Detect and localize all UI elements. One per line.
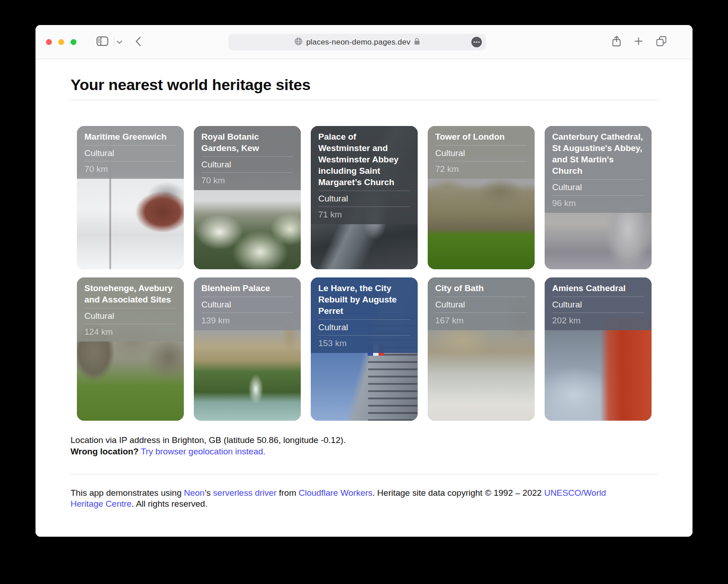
tab-group-dropdown-button[interactable] (116, 39, 122, 45)
toolbar-divider (114, 37, 114, 46)
heritage-site-card[interactable]: Le Havre, the City Rebuilt by Auguste Pe… (311, 277, 418, 421)
browser-window: places-neon-demo.pages.dev (35, 25, 693, 537)
card-caption-overlay: Maritime Greenwich Cultural 70 km (77, 126, 184, 179)
page-content: Your nearest world heritage sites Mariti… (35, 59, 693, 537)
serverless-driver-link[interactable]: serverless driver (213, 488, 276, 498)
card-caption-overlay: Palace of Westminster and Westminster Ab… (311, 126, 418, 224)
wrong-location-label: Wrong location? (71, 447, 139, 456)
url-text: places-neon-demo.pages.dev (306, 38, 410, 47)
tab-overview-icon (656, 36, 667, 48)
neon-link[interactable]: Neon (184, 488, 204, 498)
cloudflare-workers-link[interactable]: Cloudflare Workers (298, 488, 372, 498)
site-distance: 70 km (85, 161, 176, 177)
site-category: Cultural (202, 297, 293, 312)
footer-text: ’s (205, 488, 213, 498)
site-title: Royal Botanic Gardens, Kew (202, 129, 293, 156)
footer-credits: This app demonstrates using Neon’s serve… (71, 488, 639, 509)
heritage-site-card[interactable]: Amiens Cathedral Cultural 202 km (545, 277, 652, 421)
site-category: Cultural (85, 308, 176, 324)
site-distance: 96 km (552, 195, 644, 211)
heritage-site-card[interactable]: Blenheim Palace Cultural 139 km (194, 277, 301, 421)
site-category: Cultural (435, 145, 527, 161)
browser-toolbar: places-neon-demo.pages.dev (35, 25, 693, 59)
heritage-site-card[interactable]: Royal Botanic Gardens, Kew Cultural 70 k… (194, 126, 301, 269)
heritage-site-card[interactable]: Canterbury Cathedral, St Augustine's Abb… (545, 126, 652, 269)
new-tab-button[interactable] (635, 37, 642, 46)
share-button[interactable] (612, 35, 621, 48)
site-category: Cultural (552, 297, 644, 312)
site-category: Cultural (318, 191, 410, 206)
toolbar-right-actions (612, 25, 667, 59)
minimize-window-button[interactable] (58, 39, 64, 45)
page-settings-button[interactable] (471, 37, 482, 47)
heritage-site-card[interactable]: Stonehenge, Avebury and Associated Sites… (77, 277, 184, 421)
footer-text: . All rights reserved. (131, 499, 207, 508)
window-controls (46, 39, 76, 45)
heritage-site-card[interactable]: Maritime Greenwich Cultural 70 km (77, 126, 184, 269)
ellipsis-icon (474, 41, 475, 43)
site-title: Stonehenge, Avebury and Associated Sites (85, 280, 176, 308)
chevron-down-icon (116, 39, 122, 45)
site-distance: 72 km (435, 161, 527, 177)
site-distance: 153 km (318, 335, 410, 351)
site-category: Cultural (85, 145, 176, 161)
sidebar-icon (96, 36, 108, 47)
footer-divider (71, 474, 657, 474)
geolocation-link[interactable]: Try browser geolocation instead. (141, 447, 265, 456)
site-title: City of Bath (435, 280, 527, 297)
card-caption-overlay: City of Bath Cultural 167 km (428, 277, 535, 330)
lock-icon (414, 38, 420, 47)
heritage-site-card[interactable]: Palace of Westminster and Westminster Ab… (311, 126, 418, 269)
globe-icon (294, 37, 303, 47)
address-bar[interactable]: places-neon-demo.pages.dev (228, 34, 486, 50)
location-line: Location via IP address in Brighton, GB … (71, 435, 657, 446)
site-distance: 124 km (85, 324, 176, 340)
site-title: Maritime Greenwich (85, 129, 176, 145)
site-title: Le Havre, the City Rebuilt by Auguste Pe… (318, 280, 410, 319)
site-category: Cultural (318, 319, 410, 335)
site-distance: 167 km (435, 312, 527, 328)
site-distance: 71 km (318, 206, 410, 222)
title-divider (71, 100, 657, 100)
card-caption-overlay: Stonehenge, Avebury and Associated Sites… (77, 277, 184, 342)
wrong-location-line: Wrong location? Try browser geolocation … (71, 446, 657, 457)
back-button[interactable] (135, 36, 141, 48)
sidebar-toggle-button[interactable] (96, 36, 108, 47)
footer-text: This app demonstrates using (71, 488, 184, 498)
site-title: Amiens Cathedral (552, 280, 644, 297)
card-caption-overlay: Le Havre, the City Rebuilt by Auguste Pe… (311, 277, 418, 353)
chevron-left-icon (135, 36, 141, 48)
tab-overview-button[interactable] (656, 36, 667, 48)
card-caption-overlay: Royal Botanic Gardens, Kew Cultural 70 k… (194, 126, 301, 190)
site-category: Cultural (435, 297, 527, 312)
site-title: Tower of London (435, 129, 527, 145)
footer-text: . Heritage site data copyright © 1992 – … (373, 488, 544, 498)
card-caption-overlay: Canterbury Cathedral, St Augustine's Abb… (545, 126, 652, 213)
site-category: Cultural (552, 179, 644, 195)
site-title: Canterbury Cathedral, St Augustine's Abb… (552, 129, 644, 179)
location-info: Location via IP address in Brighton, GB … (71, 435, 657, 457)
heritage-card-grid: Maritime Greenwich Cultural 70 km Royal … (71, 126, 657, 421)
site-category: Cultural (202, 156, 293, 172)
site-distance: 70 km (202, 172, 293, 188)
zoom-window-button[interactable] (71, 39, 76, 45)
heritage-site-card[interactable]: City of Bath Cultural 167 km (428, 277, 535, 421)
share-icon (612, 35, 621, 48)
footer-text: from (277, 488, 299, 498)
heritage-site-card[interactable]: Tower of London Cultural 72 km (428, 126, 535, 269)
site-distance: 139 km (202, 312, 293, 328)
site-distance: 202 km (552, 312, 644, 328)
card-caption-overlay: Blenheim Palace Cultural 139 km (194, 277, 301, 330)
plus-icon (635, 37, 642, 46)
site-title: Palace of Westminster and Westminster Ab… (318, 129, 410, 191)
card-caption-overlay: Amiens Cathedral Cultural 202 km (545, 277, 652, 330)
close-window-button[interactable] (46, 39, 52, 45)
card-caption-overlay: Tower of London Cultural 72 km (428, 126, 535, 179)
page-title: Your nearest world heritage sites (71, 59, 657, 94)
site-title: Blenheim Palace (202, 280, 293, 297)
